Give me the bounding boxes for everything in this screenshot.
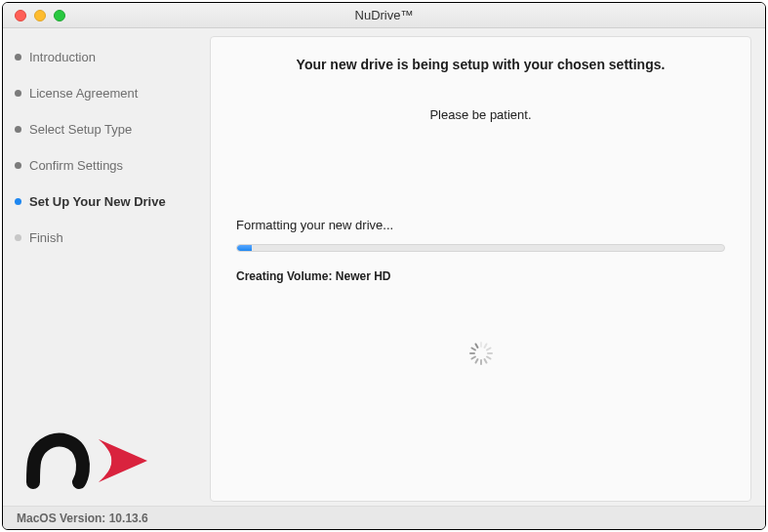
sidebar-item-setup-drive: Set Up Your New Drive: [15, 194, 204, 209]
progress-detail-text: Creating Volume: Newer HD: [236, 269, 725, 283]
sidebar-item-introduction: Introduction: [15, 50, 204, 64]
minimize-icon[interactable]: [34, 10, 46, 21]
maximize-icon[interactable]: [54, 10, 65, 21]
footer-status-bar: MacOS Version: 10.13.6: [3, 506, 765, 529]
task-label: Formatting your new drive...: [236, 218, 725, 232]
step-label: Select Setup Type: [29, 122, 132, 137]
install-steps-sidebar: Introduction License Agreement Select Se…: [15, 36, 204, 502]
headline-text: Your new drive is being setup with your …: [236, 57, 725, 72]
spinner-icon: [469, 342, 493, 365]
step-label: Finish: [29, 230, 63, 245]
patience-text: Please be patient.: [429, 107, 531, 122]
step-dot-icon: [15, 198, 21, 205]
content-pane: Your new drive is being setup with your …: [210, 36, 751, 502]
sidebar-item-finish: Finish: [15, 230, 204, 245]
step-label: Introduction: [29, 50, 96, 64]
sidebar-item-confirm: Confirm Settings: [15, 158, 204, 173]
close-icon[interactable]: [15, 10, 26, 21]
step-dot-icon: [15, 234, 21, 241]
progress-fill: [237, 245, 252, 251]
progress-bar: [236, 244, 725, 252]
traffic-lights: [3, 10, 65, 21]
step-dot-icon: [15, 54, 21, 61]
step-dot-icon: [15, 126, 21, 133]
os-version-text: MacOS Version: 10.13.6: [17, 512, 148, 525]
step-label: Set Up Your New Drive: [29, 194, 166, 209]
step-label: Confirm Settings: [29, 158, 123, 173]
window-title: NuDrive™: [3, 8, 765, 22]
app-window: NuDrive™ Introduction License Agreement …: [2, 2, 766, 530]
vendor-logo: [22, 426, 159, 496]
step-label: License Agreement: [29, 86, 138, 101]
step-dot-icon: [15, 162, 21, 169]
step-dot-icon: [15, 90, 21, 97]
sidebar-item-license: License Agreement: [15, 86, 204, 101]
sidebar-item-setup-type: Select Setup Type: [15, 122, 204, 137]
titlebar[interactable]: NuDrive™: [3, 3, 765, 28]
